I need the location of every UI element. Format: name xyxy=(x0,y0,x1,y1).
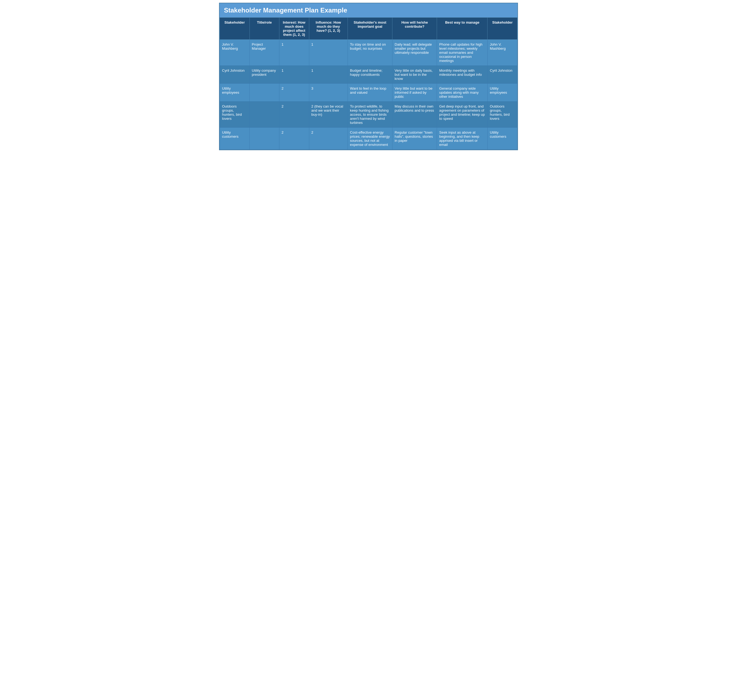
page-wrapper: Stakeholder Management Plan Example Stak… xyxy=(219,3,518,150)
cell-title-role xyxy=(249,101,279,128)
cell-manage: Phone call updates for high level milest… xyxy=(437,40,488,66)
cell-stakeholder: Outdoors groups, hunters, bird lovers xyxy=(220,101,250,128)
cell-stakeholder: Utility employees xyxy=(220,84,250,101)
header-stakeholder: Stakeholder xyxy=(220,18,250,40)
cell-stakeholder2: Outdoors groups, hunters, bird lovers xyxy=(488,101,517,128)
cell-goal: To protect wildlife, to keep hunting and… xyxy=(348,101,392,128)
header-interest: Interest: How much does project affect t… xyxy=(279,18,309,40)
cell-interest: 1 xyxy=(279,66,309,84)
table-row: Utility customers22Cost-effective energy… xyxy=(220,128,517,150)
header-goal: Stakeholder's most important goal xyxy=(348,18,392,40)
cell-manage: Seek input as above at beginning, and th… xyxy=(437,128,488,150)
cell-contribute: Daily lead; will delegate smaller projec… xyxy=(392,40,437,66)
table-row: Utility employees23Want to feel in the l… xyxy=(220,84,517,101)
cell-influence: 2 (they can be vocal and we want their b… xyxy=(309,101,348,128)
cell-stakeholder: Utility customers xyxy=(220,128,250,150)
header-title-role: Title/role xyxy=(249,18,279,40)
header-row: Stakeholder Title/role Interest: How muc… xyxy=(220,18,517,40)
cell-goal: Want to feel in the loop and valued xyxy=(348,84,392,101)
cell-stakeholder: Cyril Johnston xyxy=(220,66,250,84)
cell-goal: To stay on time and on budget; no surpri… xyxy=(348,40,392,66)
cell-goal: Cost-effective energy prices; renewable … xyxy=(348,128,392,150)
cell-manage: General company wide updates along with … xyxy=(437,84,488,101)
cell-title-role: Project Manager xyxy=(249,40,279,66)
cell-title-role xyxy=(249,84,279,101)
cell-manage: Monthly meetings with milestones and bud… xyxy=(437,66,488,84)
cell-contribute: Very little on daily basis, but want to … xyxy=(392,66,437,84)
cell-influence: 2 xyxy=(309,128,348,150)
cell-stakeholder2: John V. Mashberg xyxy=(488,40,517,66)
header-contribute: How will he/she contribute? xyxy=(392,18,437,40)
stakeholder-table: Stakeholder Title/role Interest: How muc… xyxy=(220,18,517,150)
cell-interest: 2 xyxy=(279,128,309,150)
table-row: John V. MashbergProject Manager11To stay… xyxy=(220,40,517,66)
table-body: John V. MashbergProject Manager11To stay… xyxy=(220,40,517,150)
cell-interest: 1 xyxy=(279,40,309,66)
cell-stakeholder: John V. Mashberg xyxy=(220,40,250,66)
cell-stakeholder2: Utility customers xyxy=(488,128,517,150)
cell-title-role: Utility company president xyxy=(249,66,279,84)
table-row: Cyril JohnstonUtility company president1… xyxy=(220,66,517,84)
page-title: Stakeholder Management Plan Example xyxy=(220,3,517,18)
table-row: Outdoors groups, hunters, bird lovers22 … xyxy=(220,101,517,128)
cell-goal: Budget and timeline; happy constituents xyxy=(348,66,392,84)
header-manage: Best way to manage xyxy=(437,18,488,40)
cell-manage: Get deep input up front, and agreement o… xyxy=(437,101,488,128)
cell-contribute: Very little but want to be informed if a… xyxy=(392,84,437,101)
cell-influence: 3 xyxy=(309,84,348,101)
cell-interest: 2 xyxy=(279,84,309,101)
cell-influence: 1 xyxy=(309,40,348,66)
header-stakeholder2: Stakeholder xyxy=(488,18,517,40)
cell-title-role xyxy=(249,128,279,150)
header-influence: Influence: How much do they have? (1, 2,… xyxy=(309,18,348,40)
cell-contribute: Regular customer "town halls", questions… xyxy=(392,128,437,150)
cell-influence: 1 xyxy=(309,66,348,84)
cell-contribute: May discuss in their own publications an… xyxy=(392,101,437,128)
cell-stakeholder2: Utility employees xyxy=(488,84,517,101)
cell-interest: 2 xyxy=(279,101,309,128)
cell-stakeholder2: Cyril Johnston xyxy=(488,66,517,84)
